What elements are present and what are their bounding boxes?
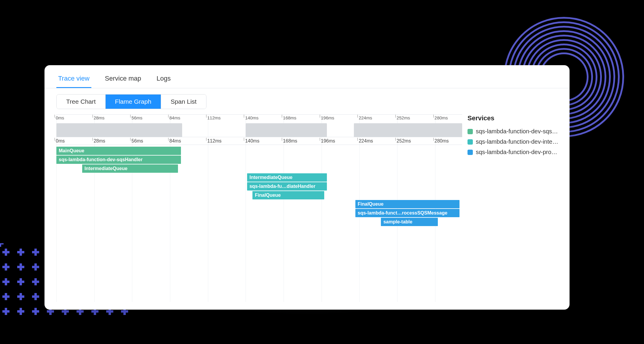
flame-span[interactable]: sqs-lambda-fu…diateHandler: [247, 182, 327, 191]
minimap-tick: 224ms: [359, 115, 372, 120]
svg-rect-22: [32, 266, 39, 268]
svg-rect-31: [5, 293, 7, 300]
flame-graph-timeline[interactable]: 0ms28ms56ms84ms112ms140ms168ms196ms224ms…: [56, 114, 462, 302]
svg-rect-25: [20, 278, 22, 285]
ruler-tick: 112ms: [207, 138, 222, 144]
ruler-tick: 252ms: [397, 138, 411, 144]
services-title: Services: [468, 114, 562, 122]
svg-rect-11: [5, 249, 7, 256]
ruler-tick: 280ms: [435, 138, 449, 144]
service-item[interactable]: sqs-lambda-function-dev-pro…: [468, 147, 562, 157]
main-tabs: Trace view Service map Logs: [44, 65, 570, 88]
flame-span[interactable]: MainQueue: [56, 147, 181, 155]
minimap-silhouette: [354, 123, 462, 137]
svg-rect-18: [2, 266, 9, 268]
svg-rect-23: [5, 278, 7, 285]
svg-rect-64: [91, 310, 98, 313]
svg-rect-12: [2, 251, 9, 253]
flame-span[interactable]: FinalQueue: [252, 191, 324, 199]
minimap-tick: 56ms: [131, 115, 142, 120]
minimap-tick: 0ms: [56, 115, 64, 120]
svg-rect-28: [32, 281, 39, 283]
svg-rect-36: [32, 295, 39, 298]
svg-rect-60: [62, 310, 69, 313]
svg-rect-32: [2, 295, 9, 298]
services-legend: Services sqs-lambda-function-dev-sqs… sq…: [468, 114, 562, 302]
svg-rect-55: [34, 308, 37, 315]
flame-span[interactable]: IntermediateQueue: [82, 164, 178, 173]
minimap-tick: 140ms: [245, 115, 258, 120]
service-label: sqs-lambda-function-dev-pro…: [476, 149, 557, 156]
svg-rect-13: [20, 249, 22, 256]
ruler-tick: 140ms: [245, 138, 259, 144]
timeline-ruler: 0ms28ms56ms84ms112ms140ms168ms196ms224ms…: [56, 137, 462, 145]
flame-spans-area: MainQueuesqs-lambda-function-dev-sqsHand…: [56, 145, 462, 269]
ruler-tick: 28ms: [94, 138, 105, 144]
service-label: sqs-lambda-function-dev-sqs…: [476, 128, 558, 135]
svg-rect-53: [20, 308, 22, 315]
seg-tree-chart[interactable]: Tree Chart: [57, 95, 106, 109]
minimap-tick: 28ms: [94, 115, 105, 120]
svg-rect-26: [17, 281, 24, 283]
svg-rect-35: [34, 293, 37, 300]
svg-rect-56: [32, 310, 39, 313]
svg-rect-58: [47, 310, 54, 313]
svg-rect-68: [121, 310, 128, 313]
tab-service-map[interactable]: Service map: [103, 71, 143, 88]
flame-span[interactable]: sqs-lambda-function-dev-sqsHandler: [56, 156, 181, 164]
flame-span[interactable]: IntermediateQueue: [247, 173, 327, 182]
svg-rect-33: [20, 293, 22, 300]
minimap-tick: 196ms: [321, 115, 334, 120]
svg-rect-16: [32, 251, 39, 253]
svg-rect-27: [34, 278, 37, 285]
trace-card: Trace view Service map Logs Tree Chart F…: [44, 65, 570, 310]
service-item[interactable]: sqs-lambda-function-dev-inte…: [468, 137, 562, 147]
service-item[interactable]: sqs-lambda-function-dev-sqs…: [468, 126, 562, 137]
svg-rect-9: [0, 243, 1, 247]
seg-span-list[interactable]: Span List: [161, 95, 206, 109]
flame-span[interactable]: sqs-lambda-funct…rocessSQSMessage: [355, 209, 459, 217]
svg-rect-52: [2, 310, 9, 313]
svg-rect-14: [17, 251, 24, 253]
svg-rect-19: [20, 263, 22, 271]
minimap-silhouette: [246, 123, 327, 137]
minimap-tick: 252ms: [397, 115, 410, 120]
minimap-tick: 168ms: [283, 115, 296, 120]
tab-logs[interactable]: Logs: [155, 71, 173, 88]
ruler-tick: 84ms: [169, 138, 181, 144]
minimap-tick: 84ms: [169, 115, 180, 120]
ruler-tick: 196ms: [321, 138, 335, 144]
timeline-minimap[interactable]: 0ms28ms56ms84ms112ms140ms168ms196ms224ms…: [56, 115, 462, 137]
svg-rect-24: [2, 281, 9, 283]
minimap-tick: 112ms: [207, 115, 221, 120]
svg-rect-20: [17, 266, 24, 268]
svg-rect-54: [17, 310, 24, 313]
swatch-green-icon: [468, 129, 473, 134]
svg-rect-66: [106, 310, 113, 313]
ruler-tick: 224ms: [359, 138, 373, 144]
svg-rect-51: [5, 308, 7, 315]
tab-trace-view[interactable]: Trace view: [56, 71, 91, 88]
svg-rect-10: [0, 243, 4, 244]
svg-rect-15: [34, 249, 37, 256]
ruler-tick: 56ms: [131, 138, 143, 144]
seg-flame-graph[interactable]: Flame Graph: [106, 95, 161, 109]
svg-rect-62: [77, 310, 84, 313]
swatch-blue-icon: [468, 150, 473, 155]
flame-span[interactable]: sample-table: [381, 218, 438, 226]
ruler-tick: 168ms: [283, 138, 297, 144]
flame-span[interactable]: FinalQueue: [355, 200, 459, 208]
svg-rect-21: [34, 263, 37, 271]
svg-rect-17: [5, 263, 7, 271]
service-label: sqs-lambda-function-dev-inte…: [476, 138, 558, 145]
swatch-teal-icon: [468, 139, 473, 145]
ruler-tick: 0ms: [56, 138, 65, 144]
minimap-tick: 280ms: [435, 115, 448, 120]
minimap-silhouette: [56, 123, 182, 137]
view-mode-segmented: Tree Chart Flame Graph Span List: [56, 94, 206, 109]
svg-rect-34: [17, 295, 24, 298]
